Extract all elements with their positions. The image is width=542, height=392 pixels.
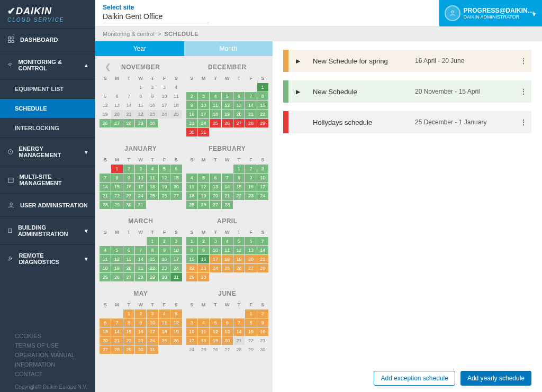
day-cell[interactable]: 6 [210, 174, 221, 182]
day-cell[interactable]: 12 [222, 101, 233, 110]
day-cell[interactable]: 7 [245, 92, 256, 101]
day-cell[interactable]: 23 [147, 110, 158, 118]
day-cell[interactable]: 12 [159, 174, 170, 182]
day-cell[interactable]: 28 [233, 345, 245, 354]
day-cell[interactable]: 25 [198, 345, 209, 354]
day-cell[interactable]: 5 [159, 165, 170, 173]
day-cell[interactable]: 10 [198, 101, 209, 110]
day-cell[interactable]: 24 [198, 119, 209, 127]
add-yearly-button[interactable]: Add yearly schedule [460, 371, 531, 386]
day-cell[interactable]: 26 [222, 119, 233, 127]
day-cell[interactable]: 12 [170, 318, 182, 327]
day-cell[interactable]: 30 [186, 128, 197, 136]
day-cell[interactable]: 29 [135, 119, 146, 127]
day-cell[interactable]: 6 [170, 165, 182, 173]
day-cell[interactable]: 19 [100, 110, 111, 118]
day-cell[interactable]: 7 [111, 318, 122, 327]
day-cell[interactable]: 24 [210, 264, 221, 272]
day-cell[interactable]: 8 [123, 318, 134, 327]
day-cell[interactable]: 18 [210, 110, 221, 118]
day-cell[interactable]: 13 [123, 255, 134, 263]
day-cell[interactable]: 17 [159, 101, 170, 110]
day-cell[interactable]: 15 [186, 255, 197, 263]
day-cell[interactable]: 4 [186, 174, 197, 182]
day-cell[interactable]: 19 [210, 336, 221, 345]
day-cell[interactable]: 21 [135, 264, 146, 272]
day-cell[interactable]: 27 [245, 264, 256, 272]
day-cell[interactable]: 9 [198, 246, 209, 254]
day-cell[interactable]: 13 [100, 327, 111, 336]
day-cell[interactable]: 14 [233, 327, 245, 336]
day-cell[interactable]: 23 [123, 192, 134, 200]
day-cell[interactable]: 30 [198, 273, 209, 281]
day-cell[interactable]: 26 [210, 345, 221, 354]
day-cell[interactable]: 9 [245, 174, 256, 182]
kebab-menu-icon[interactable]: ⋮ [516, 57, 531, 65]
day-cell[interactable]: 22 [135, 110, 146, 118]
day-cell[interactable]: 10 [147, 318, 158, 327]
day-cell[interactable]: 25 [170, 110, 182, 118]
day-cell[interactable]: 5 [233, 237, 245, 245]
prev-month-icon[interactable]: ❮ [105, 62, 112, 71]
day-cell[interactable]: 27 [111, 119, 122, 127]
day-cell[interactable]: 26 [170, 336, 182, 345]
day-cell[interactable]: 18 [100, 264, 111, 272]
day-cell[interactable]: 17 [186, 336, 197, 345]
day-cell[interactable]: 25 [159, 336, 170, 345]
day-cell[interactable]: 21 [123, 110, 134, 118]
day-cell[interactable]: 29 [186, 273, 197, 281]
day-cell[interactable]: 29 [257, 119, 268, 127]
day-cell[interactable]: 4 [100, 246, 111, 254]
day-cell[interactable]: 16 [186, 110, 197, 118]
day-cell[interactable]: 21 [245, 110, 256, 118]
day-cell[interactable]: 21 [222, 192, 233, 200]
nav-energy[interactable]: ENERGY MANAGEMENT ▾ [0, 138, 95, 166]
day-cell[interactable]: 6 [123, 246, 134, 254]
day-cell[interactable]: 13 [170, 174, 182, 182]
day-cell[interactable]: 2 [198, 237, 209, 245]
day-cell[interactable]: 13 [111, 101, 122, 110]
nav-monitoring[interactable]: MONITORING & CONTROL ▴ [0, 51, 95, 79]
day-cell[interactable]: 2 [147, 83, 158, 92]
day-cell[interactable]: 21 [111, 336, 122, 345]
day-cell[interactable]: 30 [123, 200, 134, 209]
day-cell[interactable]: 1 [135, 83, 146, 92]
day-cell[interactable]: 7 [123, 92, 134, 101]
day-cell[interactable]: 25 [186, 200, 197, 209]
day-cell[interactable]: 23 [186, 119, 197, 127]
day-cell[interactable]: 24 [186, 345, 197, 354]
day-cell[interactable]: 15 [147, 255, 158, 263]
day-cell[interactable]: 20 [170, 183, 182, 191]
day-cell[interactable]: 2 [186, 92, 197, 101]
day-cell[interactable]: 19 [233, 255, 245, 263]
day-cell[interactable]: 11 [210, 101, 221, 110]
day-cell[interactable]: 23 [198, 264, 209, 272]
day-cell[interactable]: 12 [233, 246, 245, 254]
day-cell[interactable]: 6 [111, 92, 122, 101]
day-cell[interactable]: 28 [100, 200, 111, 209]
day-cell[interactable]: 9 [257, 318, 268, 327]
nav-building[interactable]: BUILDING ADMINISTRATION ▾ [0, 217, 95, 244]
day-cell[interactable]: 17 [257, 183, 268, 191]
day-cell[interactable]: 16 [257, 327, 268, 336]
day-cell[interactable]: 4 [222, 237, 233, 245]
footer-manual[interactable]: OPERATION MANUAL [15, 350, 80, 360]
day-cell[interactable]: 18 [198, 336, 209, 345]
day-cell[interactable]: 9 [135, 318, 146, 327]
day-cell[interactable]: 5 [210, 318, 221, 327]
day-cell[interactable]: 21 [100, 192, 111, 200]
day-cell[interactable]: 3 [198, 92, 209, 101]
day-cell[interactable]: 26 [233, 264, 245, 272]
day-cell[interactable]: 1 [233, 165, 245, 173]
day-cell[interactable]: 3 [135, 165, 146, 173]
day-cell[interactable]: 14 [245, 101, 256, 110]
day-cell[interactable]: 6 [245, 237, 256, 245]
expand-icon[interactable]: ▶ [288, 88, 308, 95]
day-cell[interactable]: 27 [123, 273, 134, 281]
day-cell[interactable]: 22 [111, 192, 122, 200]
day-cell[interactable]: 20 [111, 110, 122, 118]
day-cell[interactable]: 23 [159, 264, 170, 272]
day-cell[interactable]: 8 [186, 246, 197, 254]
day-cell[interactable]: 7 [135, 246, 146, 254]
day-cell[interactable]: 10 [210, 246, 221, 254]
